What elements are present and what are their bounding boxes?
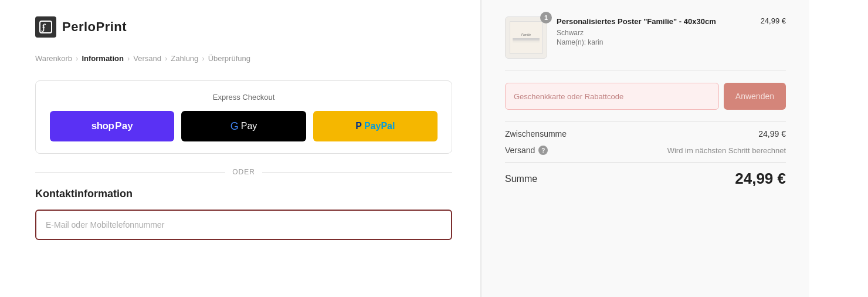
total-row: Summe 24,99 €: [505, 170, 786, 188]
separator-2: ›: [127, 54, 130, 63]
shipping-value: Wird im nächsten Schritt berechnet: [667, 146, 786, 155]
discount-input[interactable]: [505, 83, 719, 110]
paypal-p1: P: [355, 121, 362, 131]
express-checkout-title: Express Checkout: [50, 93, 438, 102]
shoppay-pay: Pay: [115, 120, 133, 132]
shipping-row: Versand ? Wird im nächsten Schritt berec…: [505, 146, 786, 155]
item-image: Familie: [505, 16, 547, 59]
item-info-row: Personalisiertes Poster "Familie" - 40x3…: [557, 16, 786, 48]
gpay-inner: G Pay: [230, 120, 257, 133]
shoppay-label: shop: [91, 120, 114, 132]
item-info: Personalisiertes Poster "Familie" - 40x3…: [557, 16, 716, 48]
breadcrumb: Warenkorb › Information › Versand › Zahl…: [35, 54, 452, 63]
gpay-button[interactable]: G Pay: [181, 111, 306, 141]
breadcrumb-information[interactable]: Information: [82, 54, 124, 63]
breadcrumb-versand[interactable]: Versand: [133, 54, 161, 63]
subtotal-label: Zwischensumme: [505, 129, 567, 139]
item-custom: Name(n): karin: [557, 38, 716, 46]
apply-discount-button[interactable]: Anwenden: [724, 83, 786, 110]
item-variant: Schwarz: [557, 29, 716, 37]
logo-name: PerloPrint: [62, 19, 127, 35]
right-panel: 1 Familie Personalisiertes Poster "Famil…: [481, 0, 809, 297]
or-text: ODER: [232, 168, 255, 176]
total-value: 24,99 €: [735, 170, 786, 188]
shipping-help-icon[interactable]: ?: [538, 146, 548, 155]
subtotal-value: 24,99 €: [758, 129, 786, 139]
separator-1: ›: [76, 54, 78, 63]
contact-section-title: Kontaktinformation: [35, 188, 452, 200]
g-icon: G: [230, 120, 239, 133]
subtotal-row: Zwischensumme 24,99 €: [505, 129, 786, 139]
contact-input[interactable]: [35, 210, 452, 240]
left-panel: ʄ PerloPrint Warenkorb › Information › V…: [0, 0, 481, 297]
paypal-label: PayPal: [364, 121, 395, 131]
poster-preview: Familie: [510, 21, 542, 54]
breadcrumb-warenkorb[interactable]: Warenkorb: [35, 54, 72, 63]
discount-code-row: Anwenden: [505, 83, 786, 110]
pay-text: Pay: [241, 121, 257, 131]
payment-buttons: shop Pay G Pay P PayPal: [50, 111, 438, 141]
or-divider: ODER: [35, 168, 452, 176]
total-label: Summe: [505, 174, 537, 184]
summary-divider-top: [505, 122, 786, 122]
breadcrumb-ueberpruefung[interactable]: Überprüfung: [208, 54, 250, 63]
item-badge: 1: [540, 12, 552, 23]
separator-3: ›: [165, 54, 167, 63]
svg-rect-0: [40, 21, 52, 33]
item-price: 24,99 €: [761, 16, 786, 25]
svg-text:ʄ: ʄ: [41, 23, 46, 32]
item-image-wrapper: 1 Familie: [505, 16, 547, 59]
paypal-button[interactable]: P PayPal: [313, 111, 438, 141]
separator-4: ›: [202, 54, 204, 63]
summary-divider-bottom: [505, 162, 786, 163]
item-name: Personalisiertes Poster "Familie" - 40x3…: [557, 16, 716, 27]
logo-icon: ʄ: [35, 16, 56, 38]
shipping-label: Versand ?: [505, 146, 548, 155]
shoppay-button[interactable]: shop Pay: [50, 111, 174, 141]
order-item: 1 Familie Personalisiertes Poster "Famil…: [505, 16, 786, 71]
express-checkout-section: Express Checkout shop Pay G Pay P PayPal: [35, 80, 452, 154]
breadcrumb-zahlung[interactable]: Zahlung: [171, 54, 198, 63]
logo: ʄ PerloPrint: [35, 16, 452, 38]
paypal-inner: P PayPal: [355, 121, 395, 131]
item-details: Personalisiertes Poster "Familie" - 40x3…: [557, 16, 786, 48]
